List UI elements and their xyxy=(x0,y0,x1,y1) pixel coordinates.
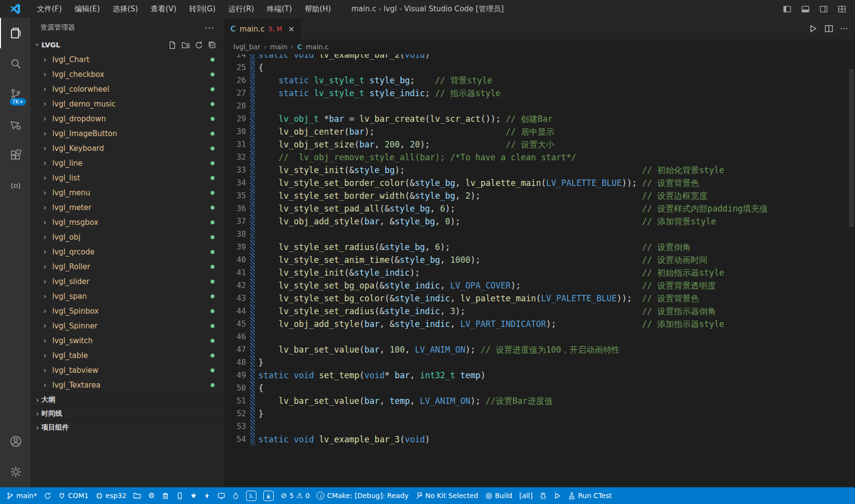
tree-item-lvgl_line[interactable]: ›lvgl_line xyxy=(31,156,224,171)
split-editor-icon[interactable] xyxy=(824,24,833,33)
toggle-panel-icon[interactable] xyxy=(801,5,810,13)
code-line-36[interactable]: 36 lv_style_set_pad_all(&style_bg, 6); /… xyxy=(224,202,855,215)
code-line-33[interactable]: 33 lv_style_init(&style_bg); // 初始化背景sty… xyxy=(224,164,855,177)
toggle-secondary-sidebar-icon[interactable] xyxy=(819,5,828,13)
code-line-28[interactable]: 28 xyxy=(224,100,855,112)
menu-item[interactable]: 帮助(H) xyxy=(298,0,337,18)
menu-item[interactable]: 运行(R) xyxy=(222,0,260,18)
build-target-item[interactable]: [all] xyxy=(516,487,536,504)
tree-item-lvgl_ImageButton[interactable]: ›lvgl_ImageButton xyxy=(31,126,224,141)
code-editor[interactable]: 24static void lv_example_bar_2(void)25{2… xyxy=(224,54,855,487)
code-line-48[interactable]: 48} xyxy=(224,356,855,369)
tree-item-lvgl_list[interactable]: ›lvgl_list xyxy=(31,171,224,185)
breadcrumb[interactable]: lvgl_bar › main › C main.c xyxy=(224,39,855,54)
flash-monitor-button[interactable] xyxy=(229,487,243,504)
problems-item[interactable]: ⊘ 5 ⚠ 0 xyxy=(277,487,313,504)
sync-changes-item[interactable] xyxy=(40,487,55,504)
code-line-30[interactable]: 30 lv_obj_center(bar); // 居中显示 xyxy=(224,125,855,138)
tree-item-lvgl_Textarea[interactable]: ›lvgl_Textarea xyxy=(31,378,224,393)
code-line-52[interactable]: 52} xyxy=(224,407,855,420)
clean-button[interactable] xyxy=(158,487,173,504)
tree-item-lvgl_qrcode[interactable]: ›lvgl_qrcode xyxy=(31,245,224,259)
code-line-54[interactable]: 54static void lv_example_bar_3(void) xyxy=(224,433,855,446)
vscode-logo-icon[interactable] xyxy=(0,3,31,14)
tree-item-lvgl_msgbox[interactable]: ›lvgl_msgbox xyxy=(31,215,224,230)
breadcrumb-folder[interactable]: main xyxy=(270,43,287,51)
monitor-button[interactable] xyxy=(214,487,229,504)
tree-item-lvgl_dropdown[interactable]: ›lvgl_dropdown xyxy=(31,111,224,126)
code-line-26[interactable]: 26 static lv_style_t style_bg; // 背景styl… xyxy=(224,74,855,87)
menu-item[interactable]: 查看(V) xyxy=(144,0,183,18)
tree-item-lvgl_Roller[interactable]: ›lvgl_Roller xyxy=(31,259,224,274)
code-line-24[interactable]: 24static void lv_example_bar_2(void) xyxy=(224,54,855,61)
code-line-44[interactable]: 44 lv_style_set_radius(&style_indic, 3);… xyxy=(224,305,855,318)
close-icon[interactable]: × xyxy=(288,24,294,34)
code-line-45[interactable]: 45 lv_obj_add_style(bar, &style_indic, L… xyxy=(224,318,855,330)
refresh-icon[interactable] xyxy=(195,41,203,49)
breadcrumb-root[interactable]: lvgl_bar xyxy=(233,43,260,51)
tab-main-c[interactable]: C main.c 5, M × xyxy=(224,18,301,39)
cmake-debug-button[interactable] xyxy=(536,487,550,504)
code-line-40[interactable]: 40 lv_style_set_anim_time(&style_bg, 100… xyxy=(224,253,855,266)
tree-item-lvgl_demo_music[interactable]: ›lvgl_demo_music xyxy=(31,97,224,111)
sidebar-section-大纲[interactable]: ›大纲 xyxy=(31,393,224,406)
code-line-46[interactable]: 46 xyxy=(224,330,855,343)
menu-item[interactable]: 选择(S) xyxy=(107,0,144,18)
code-line-42[interactable]: 42 lv_style_set_bg_opa(&style_indic, LV_… xyxy=(224,279,855,292)
settings-gear-icon[interactable] xyxy=(0,457,31,487)
tree-item-lvgl_Keyboard[interactable]: ›lvgl_Keyboard xyxy=(31,141,224,156)
code-line-34[interactable]: 34 lv_style_set_border_color(&style_bg, … xyxy=(224,177,855,189)
download-button[interactable] xyxy=(260,487,277,504)
git-branch-item[interactable]: main* xyxy=(3,487,40,504)
menu-item[interactable]: 编辑(E) xyxy=(68,0,106,18)
code-line-25[interactable]: 25{ xyxy=(224,61,855,74)
tree-item-lvgl_meter[interactable]: ›lvgl_meter xyxy=(31,200,224,215)
sidebar-section-时间线[interactable]: ›时间线 xyxy=(31,406,224,420)
terminal-button[interactable] xyxy=(243,487,260,504)
vertical-scrollbar[interactable] xyxy=(849,69,854,227)
code-line-39[interactable]: 39 lv_style_set_radius(&style_bg, 6); //… xyxy=(224,241,855,253)
new-file-icon[interactable] xyxy=(168,41,177,49)
cmake-build-button[interactable]: Build xyxy=(482,487,516,504)
run-ctest-button[interactable]: Run CTest xyxy=(565,487,615,504)
tree-item-lvgl_tabview[interactable]: ›lvgl_tabview xyxy=(31,363,224,378)
remote-explorer-activity-icon[interactable] xyxy=(0,171,31,201)
folder-button[interactable] xyxy=(130,487,144,504)
search-activity-icon[interactable] xyxy=(0,48,31,79)
tree-item-lvgl_Chart[interactable]: ›lvgl_Chart xyxy=(31,52,224,67)
code-line-51[interactable]: 51 lv_bar_set_value(bar, temp, LV_ANIM_O… xyxy=(224,395,855,407)
code-line-32[interactable]: 32 // lv_obj_remove_style_all(bar); /*To… xyxy=(224,151,855,164)
code-line-47[interactable]: 47 lv_bar_set_value(bar, 100, LV_ANIM_ON… xyxy=(224,343,855,356)
code-line-53[interactable]: 53 xyxy=(224,420,855,433)
breadcrumb-file[interactable]: main.c xyxy=(306,43,329,51)
customize-layout-icon[interactable] xyxy=(838,5,846,13)
flash-button[interactable] xyxy=(200,487,214,504)
tree-item-lvgl_Spinner[interactable]: ›lvgl_Spinner xyxy=(31,319,224,333)
code-line-38[interactable]: 38 xyxy=(224,228,855,241)
tree-item-lvgl_obj[interactable]: ›lvgl_obj xyxy=(31,230,224,245)
tree-item-lvgl_table[interactable]: ›lvgl_table xyxy=(31,348,224,363)
cmake-launch-button[interactable] xyxy=(550,487,565,504)
code-line-29[interactable]: 29 lv_obj_t *bar = lv_bar_create(lv_scr_… xyxy=(224,112,855,125)
code-line-41[interactable]: 41 lv_style_init(&style_indic); // 初始指示器… xyxy=(224,266,855,279)
menu-item[interactable]: 终端(T) xyxy=(260,0,298,18)
explorer-section-lvgl[interactable]: › LVGL xyxy=(31,37,224,52)
extensions-activity-icon[interactable] xyxy=(0,140,31,171)
new-folder-icon[interactable] xyxy=(181,41,190,49)
code-line-50[interactable]: 50{ xyxy=(224,382,855,395)
star-button[interactable]: ★ xyxy=(187,487,200,504)
run-debug-activity-icon[interactable] xyxy=(0,109,31,140)
cmake-status-item[interactable]: i CMake: [Debug]: Ready xyxy=(313,487,412,504)
source-control-activity-icon[interactable]: 7K+ xyxy=(0,79,31,109)
tree-item-lvgl_slider[interactable]: ›lvgl_slider xyxy=(31,274,224,289)
tree-item-lvgl_switch[interactable]: ›lvgl_switch xyxy=(31,333,224,348)
explorer-activity-icon[interactable] xyxy=(0,18,31,48)
more-actions-icon[interactable]: ··· xyxy=(840,24,848,34)
code-line-49[interactable]: 49static void set_temp(void* bar, int32_… xyxy=(224,369,855,382)
collapse-all-icon[interactable] xyxy=(208,41,216,49)
code-line-31[interactable]: 31 lv_obj_set_size(bar, 200, 20); // 设置大… xyxy=(224,138,855,151)
more-actions-icon[interactable]: ··· xyxy=(205,23,214,33)
tree-item-lvgl_span[interactable]: ›lvgl_span xyxy=(31,289,224,304)
board-item[interactable]: esp32 xyxy=(92,487,130,504)
serial-port-item[interactable]: COM1 xyxy=(55,487,92,504)
